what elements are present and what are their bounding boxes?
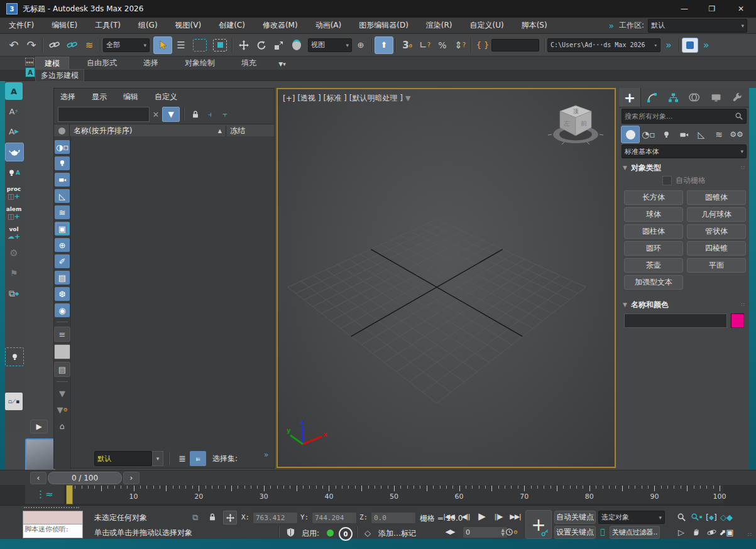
scene-script-a-icon[interactable]: A [5,82,23,100]
key-filter-curve-icon[interactable]: ⌒̇ [597,526,608,538]
counter-badge[interactable]: 0 [339,527,353,541]
explorer-menu-item[interactable]: 选择 [60,92,75,102]
primitive-button[interactable]: 球体 [624,207,683,222]
category-shapes-icon[interactable]: ◔▫ [640,126,657,143]
x-coordinate-field[interactable]: 763.412 [253,512,298,524]
funnel-settings-icon[interactable]: ▼⚙ [55,403,70,416]
viewport-pov-menu[interactable]: [透视 ] [297,93,320,104]
prev-frame-button[interactable]: ‹ [30,472,47,484]
tab-create[interactable]: + [619,88,641,107]
move-icon[interactable] [235,37,253,53]
menu-item[interactable]: 修改器(M) [254,18,307,34]
tab-hierarchy[interactable] [662,88,684,107]
next-key-icon[interactable]: ||▶ [491,513,505,521]
scale-icon[interactable] [270,37,288,53]
isolate-selection-icon[interactable]: ⧉ [189,512,202,523]
maximize-viewport-icon[interactable]: ⬈▣ [719,526,734,538]
current-frame-spinner[interactable]: 0▲▼ [463,526,508,538]
next-frame-button[interactable]: › [123,472,140,484]
snap-toggle-icon[interactable]: 3𐑼 [398,37,416,53]
menu-item[interactable]: 视图(V) [167,18,211,34]
ribbon-doc-icon[interactable]: A [25,67,35,77]
layers-icon[interactable]: ≣ [175,454,190,464]
filter-spacewarps-icon[interactable]: ≋ [55,205,70,219]
minimize-button[interactable]: — [671,0,698,18]
key-filters-button[interactable]: 关键点过滤器.. [610,526,660,539]
rotate-icon[interactable] [253,37,270,53]
bind-spacewarp-icon[interactable]: ≋ [80,37,98,53]
ribbon-panel-tab[interactable]: 多边形建模 [35,69,84,82]
viewport-general-menu[interactable]: [+] [283,94,295,103]
current-frame-marker[interactable] [66,485,73,504]
alem-primitive-icon[interactable]: alem◫+ [5,204,23,222]
menu-item[interactable]: 图形编辑器(D) [350,18,417,34]
save-icon[interactable] [682,38,698,53]
named-selection-sets-icon[interactable]: { } [474,37,491,53]
primitive-button[interactable]: 四棱锥 [687,241,746,256]
name-color-rollout-header[interactable]: ▼ 名称和颜色 ∷ [619,298,749,311]
category-lights-icon[interactable] [657,126,675,143]
primitive-button[interactable]: 管状体 [687,224,746,239]
flyout-arrow-button[interactable]: ▶ [30,420,48,433]
primitive-button[interactable]: 茶壶 [624,258,683,273]
prev-key-icon[interactable]: ◀|| [459,513,473,521]
select-object-button[interactable] [153,36,172,54]
object-name-input[interactable] [624,313,727,328]
filter-cameras-icon[interactable] [55,173,70,187]
render-view-teapot-icon[interactable] [5,143,24,161]
time-configuration-icon[interactable]: ⚙ [505,526,518,538]
unlink-icon[interactable] [63,37,80,53]
primitive-button[interactable]: 圆锥体 [687,190,746,205]
zoom-icon[interactable] [674,511,689,523]
hierarchy-mode-icon[interactable]: ⫢ [190,451,206,466]
zoom-extents-icon[interactable]: [◆] [704,511,719,523]
timetag-cube-icon[interactable]: ◇ [362,527,373,538]
menu-item[interactable]: 文件(F) [0,18,43,34]
light-lister-icon[interactable]: A [5,164,23,182]
primitive-button[interactable]: 圆环 [624,241,683,256]
window-crossing-icon[interactable] [213,39,227,52]
primitive-category-dropdown[interactable]: 标准基本体▾ [622,144,747,158]
lock-explorer-icon[interactable] [189,110,202,119]
expand-hierarchy-icon[interactable]: ⫞ [202,110,217,119]
flag-list-icon[interactable]: ⚑ [5,264,23,282]
object-search-field[interactable]: 搜索所有对象... [622,109,747,124]
clear-search-icon[interactable]: ✕ [150,110,162,119]
toolbar-overflow2-icon[interactable]: » [703,39,709,51]
viewport-style-menu[interactable]: [标准 ] [324,93,347,104]
set-key-mode-button[interactable]: 设置关键点 [554,526,596,539]
app-icon[interactable]: 3 [6,3,18,14]
viewport-filter-icon[interactable]: ▼ [405,94,410,102]
field-of-view-icon[interactable]: ▷ [674,526,689,538]
viewport[interactable]: [+] [透视 ] [标准 ] [默认明暗处理 ] ▼ 顶 左 前 z x y [277,88,616,468]
tab-modify[interactable] [641,88,662,107]
percent-snap-icon[interactable]: % [434,37,451,53]
enable-status-dot[interactable] [327,530,334,536]
menu-overflow-icon[interactable]: » [608,21,614,31]
orbit-icon[interactable] [704,526,719,538]
scene-script-run-icon[interactable]: A⚡ [5,102,23,120]
primitive-button[interactable]: 几何球体 [687,207,746,222]
explorer-menu-item[interactable]: 显示 [92,92,107,102]
filter-groups-icon[interactable]: ▣ [55,222,70,236]
menu-item[interactable]: 编辑(E) [43,18,86,34]
key-mode-toggle-icon[interactable]: ◀▶ [444,528,456,536]
close-button[interactable]: ✕ [726,0,756,18]
menu-item[interactable]: 动画(A) [307,18,351,34]
listener-macro-pane[interactable] [23,511,82,525]
zoom-extents-all-icon[interactable]: ◇◆ [719,511,734,523]
listener-grip[interactable] [24,507,79,508]
ribbon-tab[interactable]: 选择 [134,57,167,70]
explorer-menu-item[interactable]: 编辑 [123,92,138,102]
set-key-button[interactable]: + [525,510,552,539]
workspace-dropdown[interactable]: 默认▾ [648,19,747,33]
node-editor-icon[interactable]: ▫⟋▪ [5,393,23,410]
add-time-tag[interactable]: 添加…标记 [378,528,416,539]
category-helpers-icon[interactable]: ◺ [693,126,710,143]
name-column-header[interactable]: 名称(按升序排序) [70,126,218,136]
named-selection-input[interactable] [491,39,539,52]
ribbon-config-icon[interactable]: ▪▪▪ [25,58,34,65]
frame-display-slider[interactable]: 0 / 100 [48,472,122,484]
filter-hidden-icon[interactable]: ◉ [55,303,70,317]
proc-primitive-icon[interactable]: proc◫+ [5,184,23,202]
